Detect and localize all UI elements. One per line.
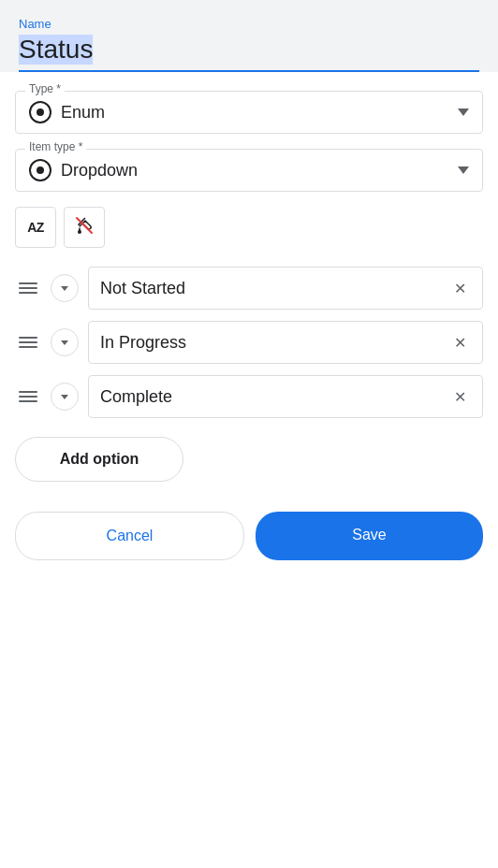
- type-field-label: Type *: [25, 82, 65, 95]
- item-type-field-arrow: [458, 166, 469, 174]
- option-color-button-1[interactable]: [51, 274, 79, 302]
- az-icon: AZ: [27, 220, 44, 235]
- drag-handle-1[interactable]: [15, 279, 41, 297]
- item-type-field-value: Dropdown: [29, 159, 138, 181]
- name-input-wrapper: [19, 35, 479, 72]
- chevron-down-icon: [61, 395, 68, 399]
- option-text-1: Not Started: [100, 279, 448, 298]
- drag-line: [19, 396, 37, 398]
- drag-line: [19, 282, 37, 284]
- option-clear-button-3[interactable]: ✕: [448, 385, 471, 408]
- item-type-field-label: Item type *: [25, 140, 86, 153]
- type-field-inner: Enum: [29, 101, 469, 123]
- form-container: Name Type * Enum Item type * Dropdo: [0, 0, 498, 868]
- drag-line: [19, 292, 37, 294]
- option-text-2: In Progress: [100, 333, 448, 353]
- drag-line: [19, 391, 37, 393]
- drag-line: [19, 337, 37, 339]
- option-color-button-3[interactable]: [51, 383, 79, 411]
- sort-az-button[interactable]: AZ: [15, 207, 56, 248]
- option-color-button-2[interactable]: [51, 328, 79, 356]
- dropdown-icon: [29, 159, 51, 181]
- action-buttons: Cancel Save: [15, 504, 483, 560]
- type-field-value: Enum: [29, 101, 105, 123]
- type-field-arrow: [458, 108, 469, 116]
- drag-line: [19, 400, 37, 402]
- no-color-icon: [74, 215, 95, 240]
- chevron-down-icon: [61, 340, 68, 345]
- table-row: In Progress ✕: [15, 321, 483, 364]
- drag-line: [19, 341, 37, 343]
- add-option-button[interactable]: Add option: [15, 437, 183, 482]
- drag-handle-2[interactable]: [15, 333, 41, 352]
- cancel-button[interactable]: Cancel: [15, 512, 244, 560]
- option-clear-button-1[interactable]: ✕: [448, 277, 471, 299]
- main-content: Type * Enum Item type * Dropdown: [0, 72, 498, 868]
- type-field-text: Enum: [61, 103, 105, 123]
- drag-line: [19, 287, 37, 289]
- name-section: Name: [0, 0, 498, 72]
- chevron-down-icon: [61, 286, 68, 291]
- table-row: Complete ✕: [15, 375, 483, 418]
- table-row: Not Started ✕: [15, 267, 483, 310]
- drag-line: [19, 346, 37, 348]
- drag-handle-3[interactable]: [15, 387, 41, 406]
- option-clear-button-2[interactable]: ✕: [448, 331, 471, 354]
- item-type-field-text: Dropdown: [61, 161, 138, 181]
- option-input-wrapper-3: Complete ✕: [88, 375, 483, 418]
- option-text-3: Complete: [100, 387, 448, 407]
- no-color-button[interactable]: [64, 207, 105, 248]
- type-field[interactable]: Type * Enum: [15, 91, 483, 134]
- item-type-field[interactable]: Item type * Dropdown: [15, 149, 483, 192]
- toolbar: AZ: [15, 207, 483, 248]
- name-label: Name: [19, 17, 479, 31]
- options-list: Not Started ✕ In Progress ✕: [15, 267, 483, 418]
- option-input-wrapper-2: In Progress ✕: [88, 321, 483, 364]
- name-input[interactable]: [19, 35, 479, 65]
- item-type-field-inner: Dropdown: [29, 159, 469, 181]
- save-button[interactable]: Save: [256, 512, 483, 560]
- option-input-wrapper-1: Not Started ✕: [88, 267, 483, 310]
- enum-icon: [29, 101, 51, 123]
